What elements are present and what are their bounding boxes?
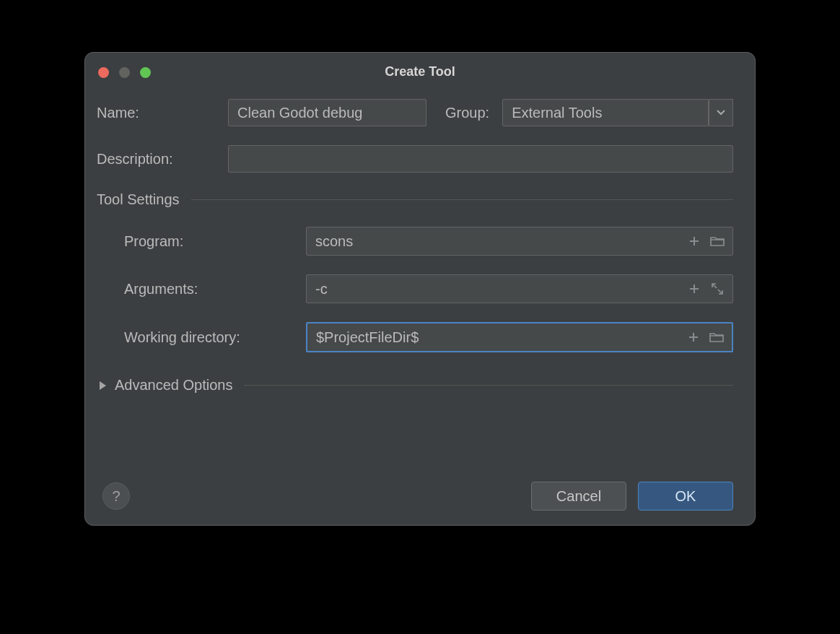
working-directory-input[interactable] xyxy=(307,323,686,351)
expand-icon[interactable] xyxy=(709,281,725,297)
disclosure-right-icon xyxy=(100,381,106,390)
group-select[interactable]: External Tools xyxy=(502,99,733,126)
dialog-footer: ? Cancel OK xyxy=(85,482,755,511)
group-select-value: External Tools xyxy=(502,99,709,126)
program-row: Program: xyxy=(124,227,733,256)
tool-settings-label: Tool Settings xyxy=(97,191,180,208)
group-label: Group: xyxy=(445,105,489,121)
tool-settings-header: Tool Settings xyxy=(97,191,733,208)
program-input[interactable] xyxy=(307,227,686,255)
folder-icon[interactable] xyxy=(709,329,725,345)
working-directory-row: Working directory: xyxy=(124,322,733,352)
close-window-button[interactable] xyxy=(98,67,109,78)
cancel-button[interactable]: Cancel xyxy=(531,482,626,511)
dialog-content: Name: Group: External Tools Description:… xyxy=(85,79,755,394)
advanced-options-label: Advanced Options xyxy=(115,377,232,394)
chevron-down-icon[interactable] xyxy=(709,99,733,126)
minimize-window-button[interactable] xyxy=(119,67,130,78)
program-field xyxy=(306,227,733,256)
titlebar: Create Tool xyxy=(85,53,755,79)
description-row: Description: xyxy=(97,145,733,173)
folder-icon[interactable] xyxy=(709,233,725,249)
arguments-label: Arguments: xyxy=(124,281,306,298)
separator xyxy=(191,199,733,200)
plus-icon[interactable] xyxy=(686,233,702,249)
program-label: Program: xyxy=(124,233,306,250)
create-tool-dialog: Create Tool Name: Group: External Tools … xyxy=(84,52,756,526)
working-directory-field xyxy=(306,322,733,352)
separator xyxy=(244,385,733,386)
description-input[interactable] xyxy=(228,145,733,173)
window-controls xyxy=(98,67,151,78)
zoom-window-button[interactable] xyxy=(140,67,151,78)
arguments-field xyxy=(306,274,733,303)
description-label: Description: xyxy=(97,151,228,168)
advanced-options-header[interactable]: Advanced Options xyxy=(97,377,733,394)
plus-icon[interactable] xyxy=(686,329,701,345)
working-directory-label: Working directory: xyxy=(124,329,306,346)
name-input[interactable] xyxy=(228,99,426,126)
name-label: Name: xyxy=(97,105,228,121)
help-button[interactable]: ? xyxy=(102,482,130,510)
plus-icon[interactable] xyxy=(686,281,702,297)
arguments-input[interactable] xyxy=(307,275,686,303)
arguments-row: Arguments: xyxy=(124,274,733,303)
name-group-row: Name: Group: External Tools xyxy=(97,99,733,126)
ok-button[interactable]: OK xyxy=(638,482,733,511)
dialog-title: Create Tool xyxy=(85,53,755,79)
